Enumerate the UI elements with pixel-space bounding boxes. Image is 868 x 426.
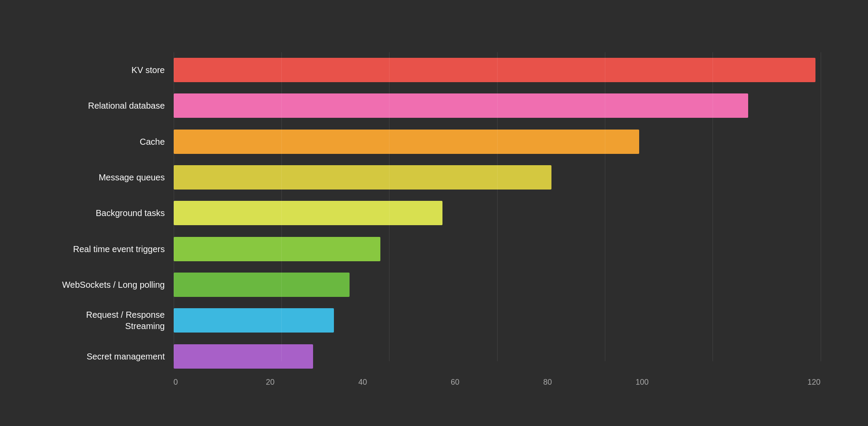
bar-track [174,93,821,118]
x-tick: 100 [636,378,728,387]
bar-row: Message queues [48,162,821,193]
grid-line [821,52,821,361]
x-tick: 0 [174,378,266,387]
bar-track [174,201,821,225]
bar-row: WebSockets / Long polling [48,269,821,300]
x-axis: 020406080100120 [174,374,821,387]
bar-fill [174,165,551,190]
bar-label: Background tasks [48,207,174,219]
bar-label: Secret management [48,351,174,362]
bar-row: Relational database [48,90,821,121]
chart-area: KV storeRelational databaseCacheMessage … [48,52,821,387]
bar-row: Secret management [48,341,821,372]
bar-label: Request / Response Streaming [48,309,174,332]
x-tick: 40 [358,378,451,387]
bar-fill [174,344,314,369]
bar-row: Request / Response Streaming [48,305,821,336]
bar-label: Cache [48,136,174,147]
bar-track [174,308,821,333]
bar-row: Real time event triggers [48,233,821,265]
bar-label: Relational database [48,100,174,111]
bar-label: KV store [48,64,174,76]
bar-fill [174,58,815,82]
bar-track [174,344,821,369]
bar-fill [174,201,443,225]
x-tick: 80 [543,378,636,387]
bar-row: Cache [48,126,821,157]
bar-fill [174,93,748,118]
bar-row: Background tasks [48,197,821,229]
x-tick: 60 [451,378,543,387]
bars-container: KV storeRelational databaseCacheMessage … [48,52,821,374]
bar-label: Real time event triggers [48,243,174,255]
bar-fill [174,308,334,333]
bar-track [174,130,821,154]
bar-track [174,58,821,82]
x-tick: 120 [728,378,821,387]
chart-container: KV storeRelational databaseCacheMessage … [22,13,847,413]
bar-track [174,273,821,297]
bar-row: KV store [48,54,821,86]
bar-label: Message queues [48,172,174,183]
bar-track [174,165,821,190]
bar-track [174,237,821,261]
x-tick: 20 [266,378,358,387]
bar-fill [174,130,640,154]
bar-label: WebSockets / Long polling [48,279,174,290]
bar-fill [174,273,350,297]
bar-fill [174,237,381,261]
